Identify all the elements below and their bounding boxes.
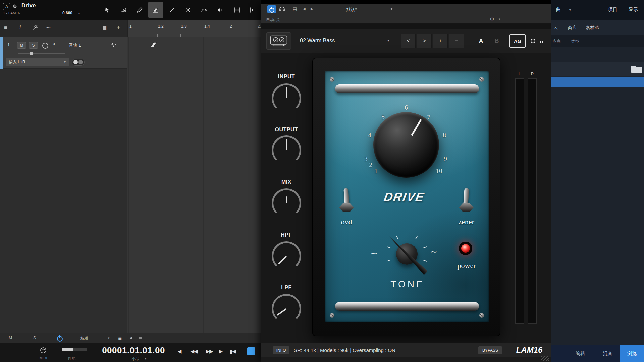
ag-button[interactable]: AG	[509, 34, 526, 48]
wrapper-preset-select[interactable]: 默认*	[346, 7, 357, 13]
arrange-list-icon[interactable]: ≣	[102, 25, 107, 31]
time-unit-caret-icon[interactable]: ▾	[145, 357, 146, 360]
timeline-ruler[interactable]: 1 1.2 1.3 1.4 2 2.2	[127, 20, 261, 37]
preset-next-icon[interactable]: ▶	[311, 7, 313, 11]
track-name[interactable]: 音轨 1	[69, 42, 81, 48]
inspector-icon[interactable]: i	[19, 24, 21, 31]
stereo-mono-toggle[interactable]	[72, 59, 85, 66]
time-display[interactable]: 00001.01.01.00	[102, 345, 165, 356]
mute-tool-button[interactable]	[180, 2, 195, 18]
autoscroll-badge[interactable]: A	[3, 3, 10, 10]
play-button[interactable]: ▶	[219, 348, 223, 354]
nudge-block-icon[interactable]	[139, 337, 142, 339]
tape-machine-icon[interactable]	[266, 32, 291, 50]
bypass-button[interactable]: BYPASS	[478, 346, 502, 354]
display-menu[interactable]: 显示	[629, 7, 638, 13]
timestretch-tool-button[interactable]	[230, 2, 245, 18]
ab-slot-b-button[interactable]: B	[495, 38, 499, 45]
wrench-icon[interactable]	[32, 24, 39, 31]
track-header[interactable]: 1 M S ◐ 音轨 1 输入 L+R ▼	[0, 37, 127, 69]
song-menu[interactable]: 曲	[556, 7, 561, 13]
track-volume-slider[interactable]	[18, 53, 65, 54]
settings-caret-icon[interactable]: ▾	[499, 17, 500, 21]
song-caret-icon[interactable]: ▼	[569, 8, 572, 12]
plugin-power-button[interactable]	[267, 5, 276, 13]
track-solo-button[interactable]: S	[29, 42, 38, 49]
tone-wave-left-icon: ∼	[370, 248, 378, 259]
tempo-caret-icon[interactable]: ▼	[78, 12, 80, 15]
forward-button[interactable]: ▶▶	[206, 348, 213, 354]
hpf-knob[interactable]	[272, 241, 301, 271]
track-list-menu-icon[interactable]: ≡	[4, 25, 7, 31]
resize-grip[interactable]	[541, 356, 549, 361]
performance-meter[interactable]	[62, 348, 87, 351]
list-item-selected[interactable]	[551, 77, 644, 87]
snap-mode-select[interactable]: 标准	[80, 336, 89, 341]
quantize-list-icon[interactable]: ≣	[118, 335, 122, 341]
rewind-button[interactable]: ◀◀	[190, 348, 197, 354]
browser-list[interactable]	[551, 47, 644, 345]
preset-remove-button[interactable]: −	[449, 34, 464, 48]
project-menu[interactable]: 项目	[608, 7, 618, 13]
browser-header: 曲 ▼ 项目 显示	[551, 0, 644, 20]
preset-next-button[interactable]: >	[417, 34, 432, 48]
arrange-area[interactable]	[127, 37, 261, 333]
track-mute-button[interactable]: M	[17, 42, 26, 49]
mix-knob[interactable]	[272, 188, 301, 218]
global-mute-button[interactable]: M	[9, 336, 12, 340]
tab-shop[interactable]: 商店	[568, 25, 577, 31]
track-monitor-button[interactable]: ◐	[53, 41, 56, 47]
time-unit-select[interactable]: 小节	[132, 357, 139, 362]
add-track-icon[interactable]: +	[117, 24, 120, 31]
automation-mode-label[interactable]: 自动: 关	[266, 17, 280, 23]
event-doc-icon[interactable]: ▤	[293, 6, 297, 11]
info-button[interactable]: INFO	[273, 346, 289, 354]
track-record-button[interactable]	[42, 43, 48, 49]
input-knob[interactable]	[272, 83, 301, 113]
bend-tool-button[interactable]	[197, 2, 211, 18]
footer-browse-tab[interactable]: 浏览	[620, 345, 644, 362]
gear-icon[interactable]: ⚙	[490, 16, 494, 22]
headphones-icon[interactable]	[279, 6, 285, 12]
pencil-tool-button[interactable]	[132, 2, 147, 18]
license-key-icon[interactable]	[530, 37, 545, 45]
global-solo-button[interactable]: S	[33, 336, 36, 340]
track-input-select[interactable]: 输入 L+R ▼	[6, 58, 69, 66]
filter-type[interactable]: 类型	[571, 39, 579, 44]
stop-button[interactable]	[247, 347, 255, 355]
output-knob[interactable]	[272, 135, 301, 165]
preset-prev-icon[interactable]: ◀	[303, 7, 306, 11]
loop-back-button[interactable]: ◀	[178, 348, 181, 354]
footer-edit-tab[interactable]: 编辑	[576, 351, 585, 357]
snap-caret-icon[interactable]: ▼	[107, 337, 110, 340]
transform-tool-button[interactable]	[245, 2, 260, 18]
tab-pool[interactable]: 素材池	[586, 25, 599, 31]
paint-tool-button[interactable]	[165, 2, 179, 18]
ruler-tick-label: 1	[129, 24, 132, 29]
filter-vendor[interactable]: 应商	[553, 39, 561, 44]
tempo-value[interactable]: 0.600	[62, 11, 72, 15]
range-tool-button[interactable]	[116, 2, 131, 18]
hand-tool-icon[interactable]	[11, 3, 18, 10]
listen-tool-button[interactable]	[212, 2, 227, 18]
track-volume-handle[interactable]	[30, 52, 33, 55]
track-wave-icon[interactable]	[110, 42, 117, 48]
automation-icon[interactable]: ∼	[46, 24, 51, 32]
plugin-preset-caret-icon[interactable]: ▾	[387, 38, 389, 43]
list-item[interactable]	[551, 62, 644, 76]
footer-mix-tab[interactable]: 混音	[603, 351, 612, 357]
preset-prev-button[interactable]: <	[401, 34, 416, 48]
plugin-footer: INFO SR: 44.1k | Models : 96k | Oversamp…	[261, 343, 551, 357]
wrapper-preset-caret-icon[interactable]: ▼	[390, 7, 393, 11]
return-to-start-button[interactable]: ▮◀	[230, 348, 236, 354]
ab-slot-a-button[interactable]: A	[479, 38, 483, 45]
pointer-tool-button[interactable]	[100, 2, 115, 18]
nudge-left-icon[interactable]: ◀	[129, 336, 132, 340]
drive-knob[interactable]	[373, 112, 439, 178]
eraser-tool-button[interactable]	[148, 2, 163, 18]
preset-add-button[interactable]: +	[433, 34, 448, 48]
tab-cloud[interactable]: 云	[554, 25, 558, 31]
power-bypass-icon[interactable]	[57, 336, 63, 342]
plugin-preset-select[interactable]: 02 Warm Bass	[300, 38, 335, 44]
lpf-knob[interactable]	[272, 294, 301, 323]
